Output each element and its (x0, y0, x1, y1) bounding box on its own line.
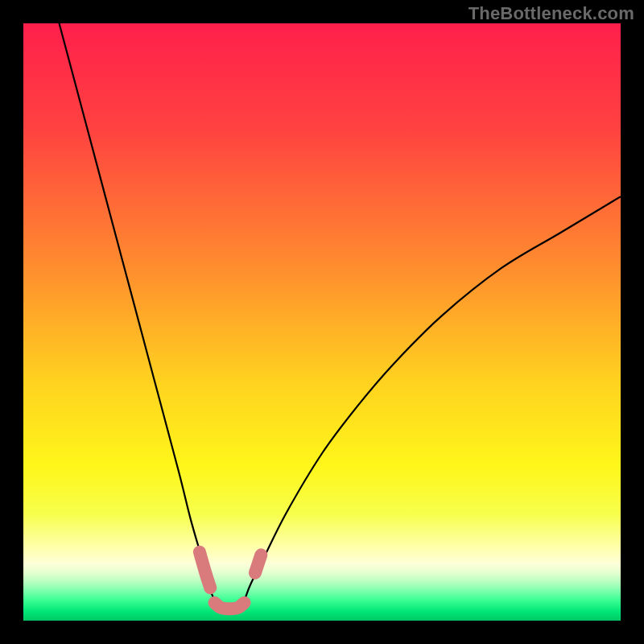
gradient-background (23, 23, 621, 621)
watermark-text: TheBottleneck.com (469, 3, 634, 24)
plot-area (23, 23, 621, 621)
chart-frame: TheBottleneck.com (0, 0, 644, 644)
bottleneck-chart (23, 23, 621, 621)
